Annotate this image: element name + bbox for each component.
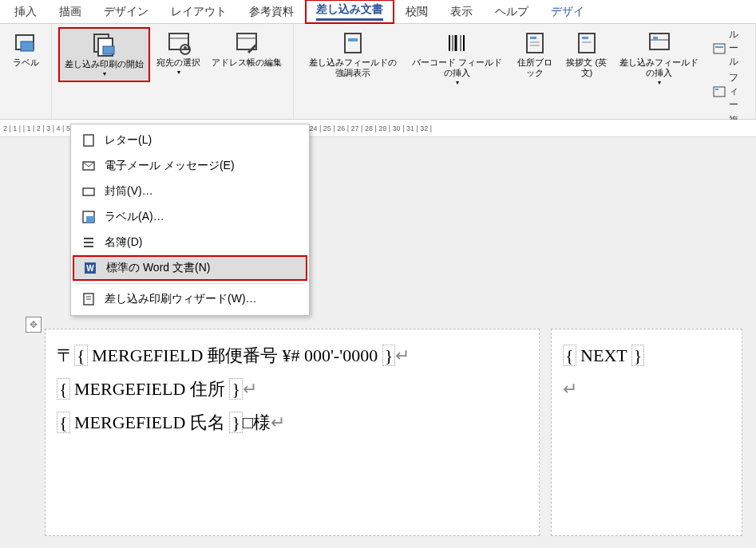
recipients-icon — [166, 30, 192, 56]
svg-rect-23 — [579, 34, 595, 53]
tab-help[interactable]: ヘルプ — [484, 2, 540, 22]
mergefield-postal: MERGEFIELD 郵便番号 ¥# 000'-'0000 — [88, 345, 382, 365]
svg-point-8 — [184, 46, 187, 49]
svg-rect-20 — [530, 37, 536, 39]
tab-references[interactable]: 参考資料 — [238, 2, 305, 22]
match-fields-button[interactable]: フィー — [711, 70, 749, 112]
field-brace-close: } — [382, 345, 396, 366]
insert-field-icon — [647, 30, 672, 56]
edit-list-icon — [234, 30, 259, 56]
paragraph-mark: ↵ — [395, 345, 410, 365]
tab-view[interactable]: 表示 — [439, 2, 484, 22]
start-mail-merge-button[interactable]: 差し込み印刷の開始 ▾ — [58, 27, 150, 82]
table-move-handle[interactable]: ✥ — [26, 317, 42, 333]
svg-rect-29 — [714, 44, 725, 53]
greeting-icon — [574, 30, 600, 56]
mergefield-address: MERGEFIELD 住所 — [70, 379, 230, 399]
barcode-button[interactable]: バーコード フィールドの挿入 ▾ — [407, 27, 508, 89]
chevron-down-icon: ▾ — [103, 70, 106, 77]
svg-rect-12 — [345, 34, 361, 53]
svg-rect-40 — [86, 216, 94, 223]
menu-email[interactable]: 電子メール メッセージ(E) — [71, 153, 309, 179]
barcode-icon — [445, 30, 470, 56]
ribbon-tabs: 挿入 描画 デザイン レイアウト 参考資料 差し込み文書 校閲 表示 ヘルプ デ… — [0, 0, 756, 24]
select-recipients-button[interactable]: 宛先の選択 ▾ — [152, 27, 205, 79]
menu-wizard[interactable]: 差し込み印刷ウィザード(W)… — [71, 286, 309, 312]
label-cell-1[interactable]: 〒{ MERGEFIELD 郵便番号 ¥# 000'-'0000 }↵ { ME… — [45, 329, 540, 536]
svg-rect-1 — [21, 41, 34, 51]
doc-line-3: { MERGEFIELD 氏名 }□様↵ — [57, 406, 528, 440]
svg-rect-13 — [348, 38, 358, 41]
tab-layout[interactable]: レイアウト — [160, 2, 238, 22]
letter-icon — [81, 132, 97, 148]
label-cell-2[interactable]: { NEXT } ↵ — [551, 329, 742, 536]
match-fields-icon — [713, 85, 726, 98]
next-field: NEXT — [576, 345, 631, 365]
start-merge-icon — [92, 32, 117, 57]
paragraph-mark: ↵ — [563, 373, 730, 406]
menu-directory[interactable]: 名簿(D) — [71, 230, 309, 255]
rules-button[interactable]: ルール — [711, 27, 749, 69]
field-brace-close: } — [229, 412, 243, 433]
rules-icon — [713, 42, 726, 55]
menu-normal-word-doc[interactable]: W 標準の Word 文書(N) — [73, 255, 307, 281]
paragraph-mark: ↵ — [271, 412, 285, 432]
insert-merge-field-button[interactable]: 差し込みフィールドの挿入 ▾ — [613, 27, 705, 89]
menu-labels[interactable]: ラベル(A)… — [71, 204, 309, 230]
doc-line-1: 〒{ MERGEFIELD 郵便番号 ¥# 000'-'0000 }↵ — [57, 339, 528, 373]
wizard-icon — [81, 291, 97, 307]
field-brace-open: { — [57, 378, 70, 400]
chevron-down-icon: ▾ — [177, 69, 180, 76]
svg-rect-27 — [653, 37, 658, 39]
label-icon — [13, 30, 38, 56]
svg-rect-19 — [527, 34, 543, 53]
menu-envelopes[interactable]: 封筒(V)… — [71, 179, 309, 204]
highlight-fields-button[interactable]: 差し込みフィールドの強調表示 — [300, 27, 406, 81]
group-start-merge: 差し込み印刷の開始 ▾ 宛先の選択 ▾ アドレス帳の編集 — [52, 24, 294, 119]
tab-mailings[interactable]: 差し込み文書 — [305, 0, 394, 24]
svg-rect-36 — [84, 135, 93, 146]
svg-rect-38 — [83, 188, 94, 195]
tab-draw[interactable]: 描画 — [48, 2, 93, 22]
ribbon-body: ラベル 差し込み印刷の開始 ▾ 宛先の選択 ▾ — [0, 24, 756, 120]
field-brace-open: { — [57, 412, 70, 433]
svg-rect-4 — [103, 46, 114, 54]
mergefield-name: MERGEFIELD 氏名 — [70, 412, 230, 432]
email-icon — [81, 158, 97, 174]
labels-icon — [81, 209, 97, 225]
field-brace-open: { — [563, 345, 576, 366]
chevron-down-icon: ▾ — [658, 79, 661, 86]
tab-review[interactable]: 校閲 — [394, 2, 439, 22]
menu-separator — [76, 283, 304, 284]
menu-letters[interactable]: レター(L) — [71, 128, 309, 153]
svg-text:W: W — [86, 264, 94, 273]
svg-rect-32 — [715, 89, 718, 90]
directory-icon — [81, 235, 97, 250]
svg-rect-24 — [582, 37, 588, 39]
word-doc-icon: W — [82, 260, 98, 276]
start-mail-merge-menu: レター(L) 電子メール メッセージ(E) 封筒(V)… ラベル(A)… 名簿(… — [70, 124, 310, 316]
labels-button[interactable]: ラベル — [6, 27, 45, 71]
field-brace-close: } — [229, 378, 243, 400]
doc-line-2: { MERGEFIELD 住所 }↵ — [57, 373, 528, 406]
greeting-line-button[interactable]: 挨拶文 (英文) — [561, 27, 612, 81]
svg-rect-26 — [650, 34, 669, 49]
chevron-down-icon: ▾ — [456, 79, 459, 86]
doc-next-line: { NEXT } — [563, 339, 730, 373]
paragraph-mark: ↵ — [243, 379, 257, 399]
envelope-icon — [81, 183, 97, 199]
tab-design[interactable]: デザイン — [93, 2, 160, 22]
group-write-insert: 差し込みフィールドの強調表示 バーコード フィールドの挿入 ▾ 住所ブロック — [294, 24, 756, 119]
svg-rect-31 — [714, 87, 725, 97]
group-create: ラベル — [0, 24, 52, 119]
field-brace-close: } — [631, 345, 645, 366]
highlight-field-icon — [340, 30, 366, 56]
edit-recipients-button[interactable]: アドレス帳の編集 — [207, 27, 287, 71]
address-block-button[interactable]: 住所ブロック — [509, 27, 560, 81]
address-block-icon — [522, 30, 548, 56]
tab-insert[interactable]: 挿入 — [3, 2, 48, 22]
tab-table-design[interactable]: デザイ — [540, 2, 596, 22]
field-brace-open: { — [74, 345, 88, 366]
